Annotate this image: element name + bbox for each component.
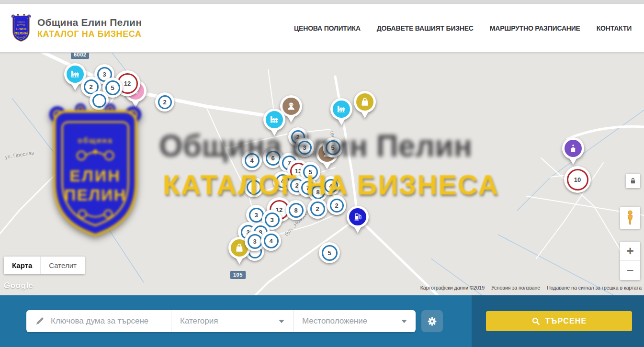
map-type-control: Карта Сателит [4,257,85,274]
brand[interactable]: Община Елин Пелин КАТАЛОГ НА БИЗНЕСА [10,13,142,43]
search-icon [531,317,540,325]
cluster-count: 3 [254,212,258,219]
search-button[interactable]: ТЪРСЕНЕ [486,311,632,331]
google-map[interactable]: 6002105ул. Преславбул. „Новоселции 12352… [0,53,644,295]
map-marker-cluster[interactable]: 3 [295,138,314,157]
nav-item-3[interactable]: МАРШРУТНО РАЗПИСАНИЕ [490,24,580,32]
cluster-count: 6 [271,155,274,162]
pencil-icon [35,316,45,326]
map-type-map-button[interactable]: Карта [4,257,40,274]
street-view-pegman[interactable] [620,207,640,229]
cluster-count: 8 [294,207,297,214]
cluster-count: 4 [269,237,272,245]
map-marker-cluster[interactable]: 4 [242,150,262,170]
terms-link[interactable]: Условия за ползване [491,285,540,291]
map-marker-cluster[interactable]: 2 [327,196,346,215]
cluster-count: 12 [124,80,131,87]
map-marker-cluster[interactable]: 5 [319,242,340,263]
cluster-count: 3 [102,71,106,78]
search-button-label: ТЪРСЕНЕ [545,317,587,325]
map-marker-cluster[interactable]: 2 [155,92,174,112]
map-marker-pin-bag[interactable] [354,91,376,120]
cluster-count: 3 [253,238,256,245]
map-marker-cluster[interactable]: 10 [564,166,591,193]
cluster-count: 8 [316,189,319,196]
cluster-count: 4 [329,182,332,190]
attribution-data: Картографски данни ©2019 [420,285,485,291]
map-marker-pin-factory[interactable] [330,98,352,127]
cluster-count: 2 [316,205,319,213]
church-icon [565,140,582,157]
cluster-count: 2 [252,184,255,191]
factory-icon [266,111,283,128]
google-logo[interactable]: Google [4,281,34,291]
site-header: Община Елин Пелин КАТАЛОГ НА БИЗНЕСА ЦЕН… [0,4,644,53]
map-type-satellite-button[interactable]: Сателит [40,257,85,274]
municipality-crest-logo [10,13,33,43]
location-select[interactable]: Местоположение [293,310,416,332]
map-marker-cluster[interactable]: 2 [307,199,328,219]
nav-item-4[interactable]: КОНТАКТИ [597,24,632,32]
cluster-count: 3 [270,216,273,224]
cluster-count: 5 [331,144,334,151]
cluster-count: 10 [574,176,581,183]
fuel-icon [349,208,366,225]
map-marker-cluster[interactable]: 4 [261,231,281,251]
keyword-input[interactable] [51,316,162,326]
map-marker-pin-factory[interactable] [263,109,285,137]
chevron-down-icon [401,320,407,323]
main-nav: ЦЕНОВА ПОЛИТИКАДОБАВЕТЕ ВАШИЯТ БИЗНЕСМАР… [294,24,632,32]
factory-icon [67,66,84,83]
lock-button[interactable] [626,174,640,188]
report-error-link[interactable]: Подаване на сигнал за грешка в картата [547,285,642,291]
location-value: Местоположение [302,316,367,326]
brand-subtitle: КАТАЛОГ НА БИЗНЕСА [37,29,142,39]
road-badge: 6002 [71,53,89,59]
category-value: Категория [180,316,218,326]
cluster-count: 2 [335,202,338,209]
cluster-count: 3 [303,144,306,151]
map-marker-cluster[interactable]: 5 [323,137,343,157]
bag-icon [356,93,373,111]
brand-title: Община Елин Пелин [37,17,142,28]
map-marker-cluster[interactable]: 4 [321,176,340,195]
map-attribution: Картографски данни ©2019 Условия за полз… [420,285,642,291]
keyword-field-wrap [26,310,171,332]
zoom-out-button[interactable]: − [620,261,640,280]
cluster-count: 5 [111,84,114,91]
gear-icon [427,316,438,327]
cluster-count: 4 [281,178,284,185]
search-fields: Категория Местоположение [26,310,416,332]
lock-icon [629,177,637,185]
map-marker-cluster[interactable]: 2 [244,177,264,197]
nav-item-2[interactable]: ДОБАВЕТЕ ВАШИЯТ БИЗНЕС [377,24,474,32]
map-marker-pin-church[interactable] [562,137,584,166]
search-bar-right: ТЪРСЕНЕ [472,295,644,347]
road-badge: 105 [230,271,246,279]
search-bar-left: Категория Местоположение [0,295,472,347]
cluster-count: 2 [163,99,166,106]
advanced-settings-button[interactable] [421,310,443,332]
map-marker-cluster[interactable]: 8 [286,200,306,220]
category-select[interactable]: Категория [171,310,293,332]
nav-item-1[interactable]: ЦЕНОВА ПОЛИТИКА [294,24,361,32]
search-bar: Категория Местоположение [0,295,644,347]
factory-icon [333,101,350,118]
pegman-icon [624,210,636,225]
browser-top-strip [0,0,644,4]
cluster-count: 4 [250,157,253,164]
map-marker-cluster[interactable] [90,91,109,110]
cluster-count: 5 [328,249,331,257]
zoom-control: + − [620,242,640,280]
zoom-in-button[interactable]: + [620,242,640,261]
map-marker-pin-fuel[interactable] [347,206,369,235]
cluster-count: 2 [89,83,92,90]
cluster-count: 5 [308,168,312,176]
chevron-down-icon [279,320,284,323]
